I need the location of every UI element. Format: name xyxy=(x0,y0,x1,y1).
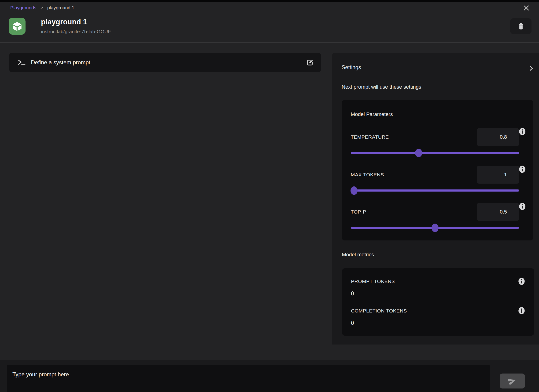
header-text: playground 1 instructlab/granite-7b-lab-… xyxy=(41,18,111,34)
prompt-tokens-value: 0 xyxy=(351,290,525,297)
window-top-strip xyxy=(0,0,539,2)
send-icon xyxy=(506,376,518,387)
temperature-slider[interactable] xyxy=(351,152,519,154)
max-tokens-info-icon[interactable] xyxy=(519,165,525,174)
breadcrumb-playgrounds-link[interactable]: Playgrounds xyxy=(10,5,36,10)
page-title: playground 1 xyxy=(41,18,111,26)
temperature-info-icon[interactable] xyxy=(519,128,525,137)
terminal-prompt-icon xyxy=(18,59,26,66)
model-name: instructlab/granite-7b-lab-GGUF xyxy=(41,29,111,34)
model-metrics-card: PROMPT TOKENS 0 COMPLETION TOKENS 0 xyxy=(342,268,534,336)
prompt-tokens-info-icon[interactable] xyxy=(518,278,525,286)
settings-title: Settings xyxy=(342,64,361,71)
delete-playground-button[interactable] xyxy=(510,18,531,34)
model-parameters-title: Model Parameters xyxy=(351,111,393,118)
temperature-label: TEMPERATURE xyxy=(351,134,389,140)
playground-model-icon xyxy=(9,18,25,35)
temperature-value-input[interactable]: 0.8 xyxy=(477,128,519,146)
system-prompt-bar[interactable]: Define a system prompt xyxy=(9,53,321,72)
top-p-slider[interactable] xyxy=(351,227,519,229)
header-divider xyxy=(0,42,539,43)
completion-tokens-info-icon[interactable] xyxy=(518,307,525,315)
prompt-input[interactable] xyxy=(7,365,490,392)
top-p-value-input[interactable]: 0.5 xyxy=(477,203,519,221)
model-metrics-title: Model metrics xyxy=(342,252,374,258)
send-prompt-button[interactable] xyxy=(500,373,525,388)
breadcrumb: Playgrounds > playground 1 xyxy=(10,5,74,10)
prompt-tokens-label: PROMPT TOKENS xyxy=(351,278,395,284)
param-max-tokens: MAX TOKENS -1 xyxy=(351,166,519,192)
metric-prompt-tokens: PROMPT TOKENS 0 xyxy=(351,278,525,297)
top-p-slider-thumb[interactable] xyxy=(432,224,438,232)
max-tokens-value-input[interactable]: -1 xyxy=(477,166,519,184)
max-tokens-slider-thumb[interactable] xyxy=(351,186,357,195)
temperature-slider-thumb[interactable] xyxy=(415,149,422,157)
param-top-p: TOP-P 0.5 xyxy=(351,203,519,229)
collapse-settings-button[interactable] xyxy=(528,65,534,73)
chevron-right-icon xyxy=(528,65,534,72)
playground-screen: Playgrounds > playground 1 playground 1 … xyxy=(0,0,539,392)
edit-system-prompt-button[interactable] xyxy=(305,58,315,67)
top-p-info-icon[interactable] xyxy=(519,203,525,212)
param-temperature: TEMPERATURE 0.8 xyxy=(351,128,519,154)
breadcrumb-current: playground 1 xyxy=(47,5,74,10)
system-prompt-label: Define a system prompt xyxy=(31,59,90,66)
top-p-value: 0.5 xyxy=(500,209,507,215)
completion-tokens-value: 0 xyxy=(351,320,525,326)
top-p-label: TOP-P xyxy=(351,209,366,215)
metric-completion-tokens: COMPLETION TOKENS 0 xyxy=(351,307,525,326)
edit-icon xyxy=(306,58,314,66)
close-button[interactable] xyxy=(523,4,530,12)
max-tokens-slider[interactable] xyxy=(351,189,519,192)
max-tokens-label: MAX TOKENS xyxy=(351,172,384,178)
close-icon xyxy=(523,5,529,11)
completion-tokens-label: COMPLETION TOKENS xyxy=(351,307,407,314)
settings-panel: Settings Next prompt will use these sett… xyxy=(332,53,539,345)
prompt-bar xyxy=(0,360,539,392)
model-parameters-card: Model Parameters TEMPERATURE 0.8 xyxy=(342,100,533,241)
max-tokens-value: -1 xyxy=(502,172,507,178)
trash-icon xyxy=(517,23,525,30)
breadcrumb-separator: > xyxy=(40,5,43,10)
settings-subtitle: Next prompt will use these settings xyxy=(342,84,421,90)
cube-icon xyxy=(10,20,24,33)
temperature-value: 0.8 xyxy=(500,134,507,140)
